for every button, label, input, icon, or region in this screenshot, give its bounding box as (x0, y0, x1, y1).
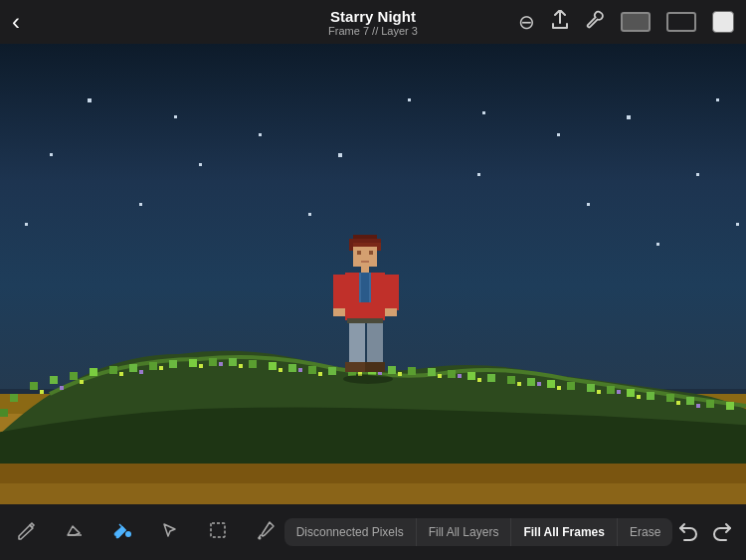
svg-rect-82 (385, 308, 397, 316)
svg-rect-4 (70, 372, 78, 380)
selection-tool[interactable] (155, 515, 185, 550)
document-subtitle: Frame 7 // Layer 3 (328, 25, 418, 37)
share-icon[interactable] (551, 10, 569, 35)
fill-all-frames-option[interactable]: Fill All Frames (511, 518, 618, 546)
fill-tool[interactable] (107, 515, 137, 550)
redo-button[interactable] (710, 518, 734, 547)
document-title: Starry Night (328, 8, 418, 25)
display-mode-outline[interactable] (666, 12, 696, 32)
top-toolbar: ‹ Starry Night Frame 7 // Layer 3 ⊖ (0, 0, 746, 44)
svg-rect-42 (199, 364, 203, 368)
svg-rect-55 (60, 386, 64, 390)
svg-rect-72 (357, 251, 361, 255)
svg-rect-61 (537, 382, 541, 386)
svg-rect-40 (119, 372, 123, 376)
undo-button[interactable] (676, 518, 700, 547)
zoom-icon[interactable]: ⊖ (518, 10, 535, 34)
svg-rect-38 (40, 390, 44, 394)
svg-rect-80 (385, 275, 399, 310)
svg-rect-24 (467, 372, 475, 380)
display-mode-filled[interactable] (621, 12, 651, 32)
svg-rect-48 (438, 374, 442, 378)
svg-rect-54 (676, 401, 680, 405)
canvas-area (0, 44, 746, 504)
svg-rect-47 (398, 372, 402, 376)
svg-rect-83 (349, 320, 365, 364)
pencil-tool[interactable] (12, 515, 42, 550)
svg-rect-64 (10, 394, 18, 402)
svg-rect-81 (333, 308, 345, 316)
svg-rect-31 (607, 386, 615, 394)
svg-rect-49 (477, 378, 481, 382)
wrench-icon[interactable] (585, 10, 605, 35)
marquee-tool[interactable] (203, 515, 233, 550)
svg-rect-11 (209, 358, 217, 366)
svg-rect-10 (189, 359, 197, 367)
fill-all-layers-option[interactable]: Fill All Layers (417, 518, 512, 546)
svg-rect-27 (527, 378, 535, 386)
svg-rect-13 (249, 360, 257, 368)
svg-rect-71 (353, 247, 377, 267)
svg-rect-78 (361, 273, 369, 302)
svg-rect-41 (159, 366, 163, 370)
svg-rect-6 (109, 366, 117, 374)
undo-redo-group (676, 518, 734, 547)
svg-rect-43 (239, 364, 243, 368)
svg-rect-60 (458, 374, 462, 378)
svg-rect-44 (279, 368, 282, 372)
svg-point-92 (259, 536, 262, 539)
svg-rect-14 (269, 362, 277, 370)
eyedropper-tool[interactable] (251, 515, 280, 550)
svg-rect-26 (507, 376, 515, 384)
svg-rect-50 (517, 382, 521, 386)
svg-rect-58 (298, 368, 302, 372)
svg-rect-30 (587, 384, 595, 392)
svg-rect-73 (369, 251, 373, 255)
svg-rect-75 (361, 267, 369, 273)
bottom-toolbar: Disconnected Pixels Fill All Layers Fill… (0, 504, 746, 560)
svg-rect-67 (0, 483, 746, 504)
back-button[interactable]: ‹ (12, 8, 20, 36)
svg-rect-7 (129, 364, 137, 372)
eraser-tool[interactable] (60, 515, 90, 550)
svg-rect-79 (333, 275, 347, 310)
svg-rect-32 (627, 389, 635, 397)
svg-rect-5 (90, 368, 97, 376)
svg-point-90 (125, 531, 131, 537)
svg-rect-21 (408, 367, 416, 375)
svg-rect-39 (80, 380, 84, 384)
svg-rect-62 (617, 390, 621, 394)
topbar-center: Starry Night Frame 7 // Layer 3 (328, 8, 418, 37)
svg-rect-3 (50, 376, 58, 384)
svg-rect-12 (229, 358, 237, 366)
svg-rect-8 (149, 362, 157, 370)
svg-rect-33 (647, 392, 654, 400)
tool-icons-group (12, 515, 280, 550)
svg-rect-65 (0, 409, 8, 417)
scene-svg (0, 44, 746, 504)
svg-rect-17 (328, 367, 336, 375)
erase-option[interactable]: Erase (618, 518, 672, 546)
svg-rect-22 (428, 368, 436, 376)
svg-rect-2 (30, 382, 38, 390)
svg-rect-23 (448, 370, 456, 378)
topbar-right: ⊖ (518, 10, 734, 35)
pixel-canvas[interactable] (0, 44, 746, 504)
svg-rect-63 (696, 404, 700, 408)
svg-rect-16 (308, 366, 316, 374)
svg-rect-85 (347, 318, 383, 323)
svg-rect-20 (388, 366, 396, 374)
fill-options-group: Disconnected Pixels Fill All Layers Fill… (284, 518, 673, 546)
svg-rect-36 (706, 400, 714, 408)
topbar-left: ‹ (12, 8, 20, 36)
color-swatch[interactable] (712, 11, 734, 33)
svg-rect-74 (361, 261, 369, 263)
svg-rect-15 (288, 364, 296, 372)
svg-rect-52 (597, 390, 601, 394)
svg-point-88 (343, 374, 393, 384)
disconnected-pixels-option[interactable]: Disconnected Pixels (284, 518, 417, 546)
svg-rect-25 (487, 374, 495, 382)
svg-rect-35 (686, 397, 694, 405)
svg-rect-45 (318, 372, 322, 376)
svg-rect-34 (666, 394, 674, 402)
